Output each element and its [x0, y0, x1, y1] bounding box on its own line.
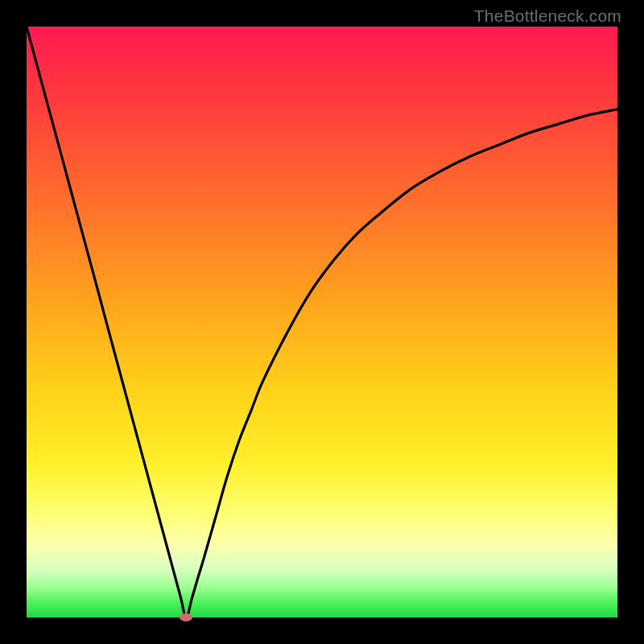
watermark-text: TheBottleneck.com [474, 6, 621, 26]
minimum-marker [180, 613, 192, 621]
bottleneck-curve [27, 27, 617, 617]
plot-area [27, 27, 617, 617]
chart-frame: TheBottleneck.com [0, 0, 644, 644]
